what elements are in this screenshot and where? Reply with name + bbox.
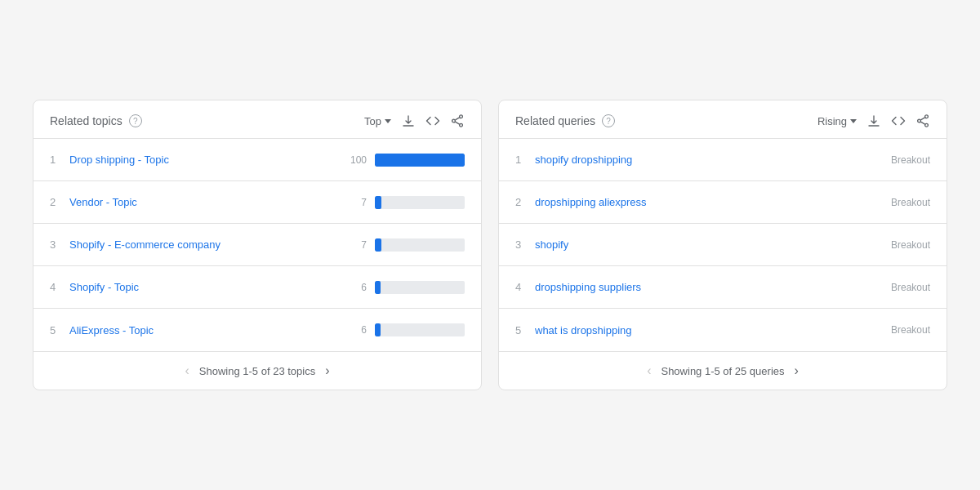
share-icon-queries[interactable] [915, 114, 930, 128]
related-topics-title: Related topics [50, 114, 122, 127]
download-icon-topics[interactable] [401, 114, 416, 128]
rising-filter-label: Rising [817, 115, 847, 127]
query-label[interactable]: dropshipping aliexpress [535, 196, 873, 208]
topics-next-btn[interactable]: › [325, 363, 329, 378]
svg-point-1 [452, 119, 456, 122]
svg-line-8 [920, 122, 924, 124]
table-row: 4 Shopify - Topic 6 [33, 266, 481, 309]
bar-fill [375, 323, 381, 336]
table-row: 5 AliExpress - Topic 6 [33, 309, 481, 351]
embed-icon-queries[interactable] [891, 114, 906, 128]
row-number: 3 [515, 238, 535, 251]
bar-fill [375, 196, 381, 209]
header-left-topics: Related topics ? [50, 114, 142, 127]
bar-container [375, 238, 465, 252]
row-number: 5 [515, 324, 535, 336]
bar-container [375, 196, 465, 209]
svg-point-6 [918, 119, 921, 122]
bar-fill [375, 154, 465, 167]
svg-point-7 [925, 123, 929, 127]
row-number: 1 [515, 154, 535, 166]
share-svg-queries [915, 114, 930, 128]
table-row: 1 Drop shipping - Topic 100 [33, 139, 481, 181]
breakout-label: Breakout [873, 154, 930, 166]
rising-filter-btn[interactable]: Rising [817, 115, 857, 127]
query-label[interactable]: dropshipping suppliers [535, 281, 873, 293]
related-queries-title: Related queries [515, 114, 595, 127]
row-value: 100 [347, 154, 367, 166]
svg-point-5 [925, 115, 929, 118]
top-filter-arrow [385, 119, 391, 123]
bar-fill [375, 238, 381, 252]
row-value: 7 [347, 239, 367, 251]
download-svg-queries [866, 114, 881, 128]
queries-next-btn[interactable]: › [795, 363, 799, 378]
bar-container [375, 154, 465, 167]
header-right-queries: Rising [817, 114, 930, 128]
queries-footer: ‹ Showing 1-5 of 25 queries › [499, 351, 947, 390]
table-row: 1 shopify dropshipping Breakout [499, 139, 947, 181]
topics-footer-text: Showing 1-5 of 23 topics [199, 365, 315, 377]
row-number: 3 [50, 238, 69, 251]
row-number: 1 [50, 154, 69, 166]
query-label[interactable]: what is dropshipping [535, 324, 873, 336]
row-number: 5 [50, 324, 69, 336]
share-icon-topics[interactable] [450, 114, 465, 128]
table-row: 3 shopify Breakout [499, 224, 947, 266]
related-queries-header: Related queries ? Rising [499, 100, 947, 139]
table-row: 3 Shopify - E-commerce company 7 [33, 224, 481, 266]
row-number: 2 [515, 196, 535, 208]
embed-icon-topics[interactable] [425, 114, 440, 128]
topic-label[interactable]: Drop shipping - Topic [69, 154, 347, 166]
topic-label[interactable]: Shopify - Topic [69, 281, 347, 293]
breakout-label: Breakout [873, 282, 930, 293]
row-number: 4 [515, 281, 535, 293]
help-icon-queries[interactable]: ? [602, 114, 615, 127]
breakout-label: Breakout [873, 197, 930, 208]
svg-point-0 [460, 115, 463, 118]
topic-label[interactable]: AliExpress - Topic [69, 324, 347, 336]
topics-table: 1 Drop shipping - Topic 100 2 Vendor - T… [33, 139, 481, 351]
bar-container [375, 281, 465, 294]
row-number: 4 [50, 281, 69, 293]
table-row: 5 what is dropshipping Breakout [499, 309, 947, 351]
main-container: Related topics ? Top [16, 83, 964, 407]
breakout-label: Breakout [873, 239, 930, 251]
svg-point-2 [460, 123, 463, 127]
rising-filter-arrow [850, 119, 857, 123]
svg-line-9 [920, 118, 924, 120]
related-topics-header: Related topics ? Top [33, 100, 481, 139]
top-filter-btn[interactable]: Top [364, 115, 391, 127]
topics-footer: ‹ Showing 1-5 of 23 topics › [33, 351, 481, 390]
topic-label[interactable]: Vendor - Topic [69, 196, 347, 208]
help-icon-topics[interactable]: ? [129, 114, 142, 127]
table-row: 2 Vendor - Topic 7 [33, 181, 481, 224]
header-right-topics: Top [364, 114, 465, 128]
table-row: 4 dropshipping suppliers Breakout [499, 266, 947, 309]
row-value: 6 [347, 324, 367, 336]
topic-label[interactable]: Shopify - E-commerce company [69, 238, 347, 251]
share-svg-topics [450, 114, 465, 128]
query-label[interactable]: shopify dropshipping [535, 154, 873, 166]
top-filter-label: Top [364, 115, 381, 127]
row-number: 2 [50, 196, 69, 208]
svg-line-3 [455, 122, 459, 124]
queries-footer-text: Showing 1-5 of 25 queries [661, 365, 784, 377]
row-value: 6 [347, 282, 367, 293]
embed-svg-topics [425, 114, 440, 128]
topics-prev-btn[interactable]: ‹ [185, 363, 189, 378]
embed-svg-queries [891, 114, 906, 128]
download-icon-queries[interactable] [866, 114, 881, 128]
related-queries-card: Related queries ? Rising [498, 100, 947, 390]
queries-table: 1 shopify dropshipping Breakout 2 dropsh… [499, 139, 947, 351]
query-label[interactable]: shopify [535, 238, 873, 251]
bar-container [375, 323, 465, 336]
bar-fill [375, 281, 381, 294]
download-svg-topics [401, 114, 416, 128]
table-row: 2 dropshipping aliexpress Breakout [499, 181, 947, 224]
queries-prev-btn[interactable]: ‹ [647, 363, 651, 378]
related-topics-card: Related topics ? Top [33, 100, 482, 390]
header-left-queries: Related queries ? [515, 114, 615, 127]
breakout-label: Breakout [873, 324, 930, 336]
svg-line-4 [455, 118, 459, 120]
